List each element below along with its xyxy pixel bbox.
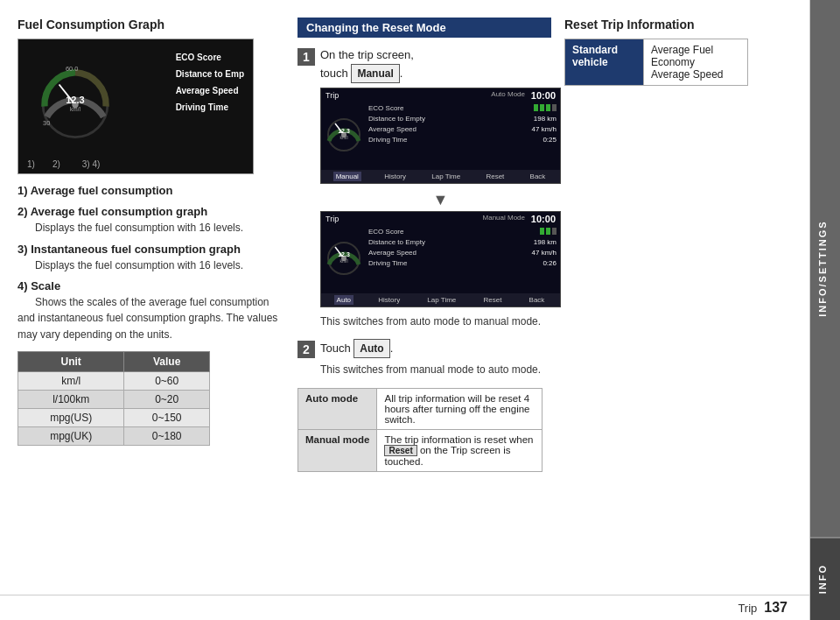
manual-button[interactable]: Manual — [351, 64, 399, 83]
arrow-down-1: ▼ — [320, 191, 561, 209]
footer-reset-2[interactable]: Reset — [480, 295, 504, 305]
distance-label: Distance to Emp — [176, 69, 244, 79]
car-screen-2: Trip Manual Mode 10:00 12.3 km/ — [320, 211, 561, 307]
eco-row-2: ECO Score — [368, 228, 556, 236]
step-number-2: 2 — [298, 341, 315, 358]
footer-manual[interactable]: Manual — [333, 172, 361, 181]
car-screen-1: Trip Auto Mode 10:00 12.3 km/l — [320, 88, 561, 184]
sidebar-tab-info: INFO — [810, 538, 841, 620]
left-section-title: Fuel Consumption Graph — [18, 18, 280, 32]
screen1-body: 12.3 km/l ECO Score — [321, 102, 560, 163]
step-number-1: 1 — [298, 48, 315, 66]
step-1-content: On the trip screen, touch Manual. Trip A… — [320, 46, 561, 328]
main-content: Fuel Consumption Graph — [0, 0, 840, 595]
list-item-1: 1) Average fuel consumption — [18, 183, 280, 199]
step-2-switch-text: This switches from manual mode to auto m… — [320, 363, 551, 377]
unit-cell: l/100km — [18, 390, 124, 408]
table-row: km/l 0~60 — [18, 371, 210, 390]
step-2-content: Touch Auto. This switches from manual mo… — [320, 339, 551, 377]
footer-back[interactable]: Back — [528, 172, 549, 181]
sidebar-tab-info-settings: INFO/SETTINGS — [810, 0, 841, 538]
right-sidebar: INFO/SETTINGS INFO — [809, 0, 840, 620]
unit-col-header: Unit — [18, 351, 124, 371]
driving-time-label: Driving Time — [176, 102, 244, 112]
eco-score-label: ECO Score — [176, 53, 244, 62]
footer-auto[interactable]: Auto — [334, 295, 354, 305]
svg-text:km/l: km/l — [340, 258, 347, 264]
gauge-svg: 12.3 km/l 30 60.0 — [32, 48, 119, 153]
auto-mode-text: All trip information will be reset 4 hou… — [377, 389, 542, 430]
reset-button-inline[interactable]: Reset — [384, 445, 416, 456]
time-row-2: Driving Time 0:26 — [368, 259, 556, 267]
svg-text:60.0: 60.0 — [66, 65, 78, 73]
manual-mode-text: The trip information is reset when Reset… — [377, 430, 542, 472]
footer-history[interactable]: History — [382, 172, 409, 181]
table-row: mpg(UK) 0~180 — [18, 426, 210, 445]
value-cell: 0~60 — [124, 371, 210, 390]
gauge-circle: 12.3 km/l 30 60.0 — [32, 48, 119, 153]
list-item-4: 4) Scale Shows the scales of the average… — [18, 278, 280, 342]
car-gauge-mini-1: 12.3 km/l — [325, 104, 364, 161]
page-container: Fuel Consumption Graph — [0, 0, 840, 620]
eco-row: ECO Score — [368, 104, 556, 112]
footer-label: Trip — [738, 602, 757, 615]
value-col-header: Value — [124, 351, 210, 371]
step-2: 2 Touch Auto. This switches from manual … — [298, 339, 551, 377]
middle-section-title: Changing the Reset Mode — [298, 18, 551, 38]
value-cell: 0~20 — [124, 390, 210, 408]
footer-page-number: 137 — [764, 600, 788, 616]
svg-text:30: 30 — [43, 119, 50, 127]
footer-laptime[interactable]: Lap Time — [429, 172, 463, 181]
unit-cell: km/l — [18, 371, 124, 390]
reset-trip-table: Standard vehicle Average Fuel EconomyAve… — [564, 39, 748, 86]
standard-vehicle-cell: Standard vehicle — [565, 39, 644, 86]
screen2-header: Trip Manual Mode 10:00 — [321, 212, 560, 226]
fuel-economy-cell: Average Fuel EconomyAverage Speed — [644, 39, 748, 86]
step-1-text: On the trip screen, touch Manual. — [320, 46, 561, 83]
manual-mode-label: Manual mode — [298, 430, 377, 472]
screen1-info: ECO Score Distance to Empt — [364, 104, 556, 161]
middle-column: Changing the Reset Mode 1 On the trip sc… — [289, 18, 560, 568]
svg-text:12.3: 12.3 — [338, 251, 350, 257]
table-row: l/100km 0~20 — [18, 390, 210, 408]
unit-value-table: Unit Value km/l 0~60 l/100km 0~20 mpg(US… — [18, 351, 210, 446]
step-2-text: Touch Auto. — [320, 339, 551, 358]
svg-text:12.3: 12.3 — [338, 128, 350, 134]
distance-row: Distance to Empty 198 km — [368, 115, 556, 123]
manual-mode-row: Manual mode The trip information is rese… — [298, 430, 542, 472]
car-gauge-mini-2: 12.3 km/l — [325, 228, 364, 285]
distance-row-2: Distance to Empty 198 km — [368, 238, 556, 246]
screen2-info: ECO Score Distance to Empty 1 — [364, 228, 556, 285]
table-row: mpg(US) 0~150 — [18, 408, 210, 426]
mode-table: Auto mode All trip information will be r… — [298, 388, 542, 472]
footer-reset[interactable]: Reset — [483, 172, 507, 181]
screen2-body: 12.3 km/l ECO Score — [321, 226, 560, 286]
list-item-2: 2) Average fuel consumption graph Displa… — [18, 204, 280, 236]
unit-cell: mpg(UK) — [18, 426, 124, 445]
value-cell: 0~150 — [124, 408, 210, 426]
left-column: Fuel Consumption Graph — [18, 18, 289, 568]
numbered-list: 1) Average fuel consumption 2) Average f… — [18, 183, 280, 342]
avg-speed-label: Average Speed — [176, 86, 244, 95]
footer-laptime-2[interactable]: Lap Time — [424, 295, 458, 305]
screen1-footer: Manual History Lap Time Reset Back — [321, 170, 560, 183]
gauge-labels: ECO Score Distance to Emp Average Speed … — [176, 53, 244, 112]
value-cell: 0~180 — [124, 426, 210, 445]
list-item-3: 3) Instantaneous fuel consumption graph … — [18, 242, 280, 273]
screen2-footer: Auto History Lap Time Reset Back — [321, 293, 560, 306]
time-row: Driving Time 0:25 — [368, 136, 556, 144]
step-1-switch-text: This switches from auto mode to manual m… — [320, 314, 561, 329]
auto-button[interactable]: Auto — [354, 339, 389, 358]
page-footer: Trip 137 — [0, 595, 840, 620]
right-column: Reset Trip Information Standard vehicle … — [560, 18, 752, 568]
footer-history-2[interactable]: History — [375, 295, 402, 305]
speed-row: Average Speed 47 km/h — [368, 125, 556, 133]
speed-row-2: Average Speed 47 km/h — [368, 249, 556, 257]
step-1: 1 On the trip screen, touch Manual. Trip… — [298, 46, 551, 328]
footer-back-2[interactable]: Back — [527, 295, 548, 305]
unit-cell: mpg(US) — [18, 408, 124, 426]
svg-text:12.3: 12.3 — [66, 95, 85, 105]
svg-text:km/l: km/l — [70, 106, 80, 112]
right-section-title: Reset Trip Information — [564, 18, 752, 32]
reset-table-row: Standard vehicle Average Fuel EconomyAve… — [565, 39, 748, 86]
